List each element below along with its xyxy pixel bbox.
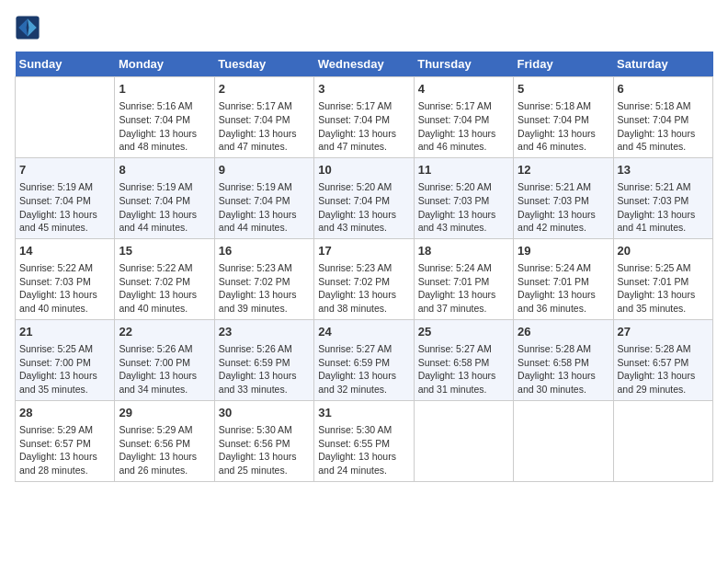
calendar-cell: 6Sunrise: 5:18 AMSunset: 7:04 PMDaylight…: [613, 77, 712, 158]
cell-text: Sunset: 7:04 PM: [119, 194, 210, 208]
day-number: 5: [518, 81, 609, 98]
cell-text: and 44 minutes.: [219, 221, 310, 235]
cell-text: Sunrise: 5:17 AM: [318, 99, 409, 113]
cell-text: and 33 minutes.: [219, 383, 310, 396]
cell-text: and 31 minutes.: [418, 383, 509, 396]
cell-text: Sunrise: 5:30 AM: [219, 423, 310, 437]
cell-text: Daylight: 13 hours: [618, 288, 709, 302]
day-number: 16: [219, 243, 310, 259]
cell-text: Sunset: 7:02 PM: [219, 275, 310, 289]
cell-text: Daylight: 13 hours: [418, 369, 509, 383]
cell-text: Daylight: 13 hours: [19, 369, 110, 383]
calendar-cell: 16Sunrise: 5:23 AMSunset: 7:02 PMDayligh…: [214, 238, 313, 319]
calendar-cell: [414, 400, 513, 481]
weekday-header: Thursday: [414, 52, 513, 77]
cell-text: Daylight: 13 hours: [318, 127, 409, 141]
calendar-cell: 3Sunrise: 5:17 AMSunset: 7:04 PMDaylight…: [314, 77, 414, 158]
day-number: 27: [618, 324, 709, 340]
cell-text: Sunset: 7:04 PM: [518, 113, 609, 127]
day-number: 26: [518, 324, 609, 340]
cell-text: Sunset: 7:01 PM: [418, 275, 509, 289]
calendar-cell: [16, 77, 115, 158]
day-number: 31: [318, 405, 409, 421]
cell-text: Sunrise: 5:20 AM: [318, 180, 409, 194]
cell-text: Sunset: 7:04 PM: [318, 113, 409, 127]
cell-text: Sunrise: 5:28 AM: [518, 342, 609, 356]
cell-text: Daylight: 13 hours: [219, 288, 310, 302]
cell-text: and 30 minutes.: [518, 383, 609, 396]
calendar-cell: 1Sunrise: 5:16 AMSunset: 7:04 PMDaylight…: [115, 77, 214, 158]
cell-text: Sunset: 7:03 PM: [418, 194, 509, 208]
day-number: 10: [318, 162, 409, 178]
cell-text: Sunrise: 5:26 AM: [219, 342, 310, 356]
weekday-header: Saturday: [613, 52, 712, 77]
calendar-cell: [613, 400, 712, 481]
cell-text: and 25 minutes.: [219, 464, 310, 477]
cell-text: and 47 minutes.: [219, 140, 310, 154]
cell-text: Sunset: 7:04 PM: [119, 113, 210, 127]
cell-text: Daylight: 13 hours: [518, 208, 609, 222]
cell-text: Sunset: 6:55 PM: [318, 437, 409, 451]
day-number: 6: [618, 81, 709, 98]
calendar-table: SundayMondayTuesdayWednesdayThursdayFrid…: [15, 52, 713, 482]
day-number: 29: [119, 405, 210, 421]
cell-text: Daylight: 13 hours: [518, 369, 609, 383]
cell-text: Sunset: 6:57 PM: [618, 356, 709, 370]
day-number: 14: [19, 243, 110, 259]
cell-text: and 39 minutes.: [219, 302, 310, 316]
cell-text: Daylight: 13 hours: [318, 208, 409, 222]
cell-text: Daylight: 13 hours: [219, 208, 310, 222]
day-number: 15: [119, 243, 210, 259]
cell-text: and 45 minutes.: [19, 221, 110, 235]
calendar-cell: 29Sunrise: 5:29 AMSunset: 6:56 PMDayligh…: [115, 400, 214, 481]
calendar-cell: 9Sunrise: 5:19 AMSunset: 7:04 PMDaylight…: [214, 157, 313, 238]
calendar-cell: 22Sunrise: 5:26 AMSunset: 7:00 PMDayligh…: [115, 319, 214, 400]
cell-text: Sunrise: 5:19 AM: [219, 180, 310, 194]
day-number: 28: [19, 405, 110, 421]
cell-text: Sunset: 7:02 PM: [318, 275, 409, 289]
cell-text: and 29 minutes.: [618, 383, 709, 396]
cell-text: Sunrise: 5:24 AM: [418, 261, 509, 275]
cell-text: and 46 minutes.: [418, 140, 509, 154]
calendar-cell: 8Sunrise: 5:19 AMSunset: 7:04 PMDaylight…: [115, 157, 214, 238]
cell-text: Sunrise: 5:30 AM: [318, 423, 409, 437]
cell-text: Sunset: 7:04 PM: [618, 113, 709, 127]
cell-text: and 46 minutes.: [518, 140, 609, 154]
calendar-cell: 30Sunrise: 5:30 AMSunset: 6:56 PMDayligh…: [214, 400, 313, 481]
calendar-cell: 10Sunrise: 5:20 AMSunset: 7:04 PMDayligh…: [314, 157, 414, 238]
calendar-cell: 27Sunrise: 5:28 AMSunset: 6:57 PMDayligh…: [613, 319, 712, 400]
cell-text: Sunset: 6:59 PM: [318, 356, 409, 370]
cell-text: Sunset: 6:58 PM: [418, 356, 509, 370]
day-number: 12: [518, 162, 609, 178]
cell-text: Sunset: 7:00 PM: [119, 356, 210, 370]
calendar-cell: [514, 400, 613, 481]
cell-text: and 34 minutes.: [119, 383, 210, 396]
cell-text: Daylight: 13 hours: [418, 127, 509, 141]
cell-text: Sunrise: 5:19 AM: [19, 180, 110, 194]
cell-text: Sunset: 7:00 PM: [19, 356, 110, 370]
cell-text: Sunrise: 5:23 AM: [219, 261, 310, 275]
logo: [15, 15, 44, 40]
calendar-cell: 12Sunrise: 5:21 AMSunset: 7:03 PMDayligh…: [514, 157, 613, 238]
cell-text: Sunrise: 5:29 AM: [19, 423, 110, 437]
cell-text: Sunset: 7:03 PM: [19, 275, 110, 289]
logo-icon: [15, 15, 40, 40]
cell-text: and 35 minutes.: [19, 383, 110, 396]
weekday-header: Wednesday: [314, 52, 414, 77]
cell-text: Sunset: 6:56 PM: [119, 437, 210, 451]
day-number: 23: [219, 324, 310, 340]
weekday-header: Tuesday: [214, 52, 313, 77]
weekday-header: Sunday: [16, 52, 115, 77]
cell-text: and 38 minutes.: [318, 302, 409, 316]
calendar-cell: 17Sunrise: 5:23 AMSunset: 7:02 PMDayligh…: [314, 238, 414, 319]
cell-text: Sunrise: 5:20 AM: [418, 180, 509, 194]
cell-text: and 48 minutes.: [119, 140, 210, 154]
cell-text: and 42 minutes.: [518, 221, 609, 235]
cell-text: Daylight: 13 hours: [418, 288, 509, 302]
day-number: 4: [418, 81, 509, 98]
cell-text: Sunrise: 5:16 AM: [119, 99, 210, 113]
calendar-cell: 11Sunrise: 5:20 AMSunset: 7:03 PMDayligh…: [414, 157, 513, 238]
cell-text: Daylight: 13 hours: [318, 450, 409, 464]
cell-text: Sunrise: 5:27 AM: [318, 342, 409, 356]
calendar-cell: 14Sunrise: 5:22 AMSunset: 7:03 PMDayligh…: [16, 238, 115, 319]
